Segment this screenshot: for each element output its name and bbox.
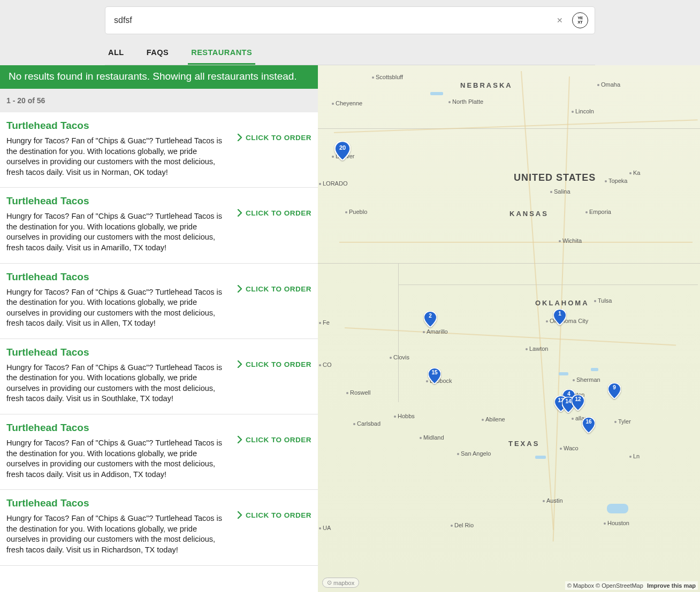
cta-label: CLICK TO ORDER	[246, 134, 311, 142]
map-pin[interactable]: 15	[428, 368, 441, 384]
cta-label: CLICK TO ORDER	[246, 360, 311, 368]
map-pin[interactable]: 16	[582, 417, 595, 433]
click-to-order-link[interactable]: CLICK TO ORDER	[237, 195, 311, 253]
result-description: Hungry for Tacos? Fan of "Chips & Guac"?…	[6, 438, 232, 480]
map-city-label: CO	[319, 362, 332, 368]
map-city-label: San Angelo	[457, 450, 491, 457]
tab-faqs[interactable]: FAQS	[143, 46, 172, 65]
map-city-label: Omaha	[597, 81, 620, 88]
map-city-label: Scottsbluff	[372, 74, 403, 80]
result-description: Hungry for Tacos? Fan of "Chips & Guac"?…	[6, 363, 232, 404]
map-city-label: Abilene	[482, 416, 505, 422]
result-card: Turtlehead TacosHungry for Tacos? Fan of…	[0, 414, 318, 490]
search-input[interactable]	[114, 16, 555, 25]
result-card: Turtlehead TacosHungry for Tacos? Fan of…	[0, 188, 318, 263]
result-title[interactable]: Turtlehead Tacos	[6, 271, 232, 283]
map-city-label: Salina	[550, 188, 570, 195]
tab-restaurants[interactable]: RESTAURANTS	[188, 46, 255, 65]
map-pin-number: 16	[582, 419, 595, 425]
no-results-banner: No results found in restaurants. Showing…	[0, 65, 318, 89]
chevron-right-icon	[237, 511, 242, 520]
click-to-order-link[interactable]: CLICK TO ORDER	[237, 347, 311, 404]
map-city-label: Pueblo	[345, 209, 367, 215]
map-city-label: Carlsbad	[353, 420, 381, 427]
map-region-label: KANSAS	[509, 210, 549, 218]
cta-label: CLICK TO ORDER	[246, 285, 311, 293]
map-city-label: Del Rio	[451, 522, 474, 528]
map-pin[interactable]: 1	[553, 309, 566, 325]
result-title[interactable]: Turtlehead Tacos	[6, 347, 232, 358]
map-city-label: Lawton	[526, 345, 548, 352]
map-pin[interactable]: 20	[334, 141, 351, 160]
map-city-label: Topeka	[605, 178, 627, 184]
map-city-label: Austin	[543, 497, 563, 504]
map-pin-number: 12	[572, 396, 584, 402]
click-to-order-link[interactable]: CLICK TO ORDER	[237, 422, 311, 480]
click-to-order-link[interactable]: CLICK TO ORDER	[237, 271, 311, 329]
map-city-label: Emporia	[585, 209, 611, 215]
chevron-right-icon	[237, 209, 242, 218]
improve-map-link[interactable]: Improve this map	[647, 582, 696, 589]
map-city-label: LORADO	[319, 180, 347, 187]
result-description: Hungry for Tacos? Fan of "Chips & Guac"?…	[6, 211, 232, 253]
tabs: ALL FAQS RESTAURANTS	[105, 46, 595, 65]
map-city-label: Cheyenne	[332, 100, 362, 106]
tab-all[interactable]: ALL	[105, 46, 127, 65]
result-description: Hungry for Tacos? Fan of "Chips & Guac"?…	[6, 136, 232, 178]
click-to-order-link[interactable]: CLICK TO ORDER	[237, 120, 311, 178]
map-region-label: OKLAHOMA	[535, 299, 589, 307]
map-city-label: Hobbs	[394, 413, 415, 419]
map-city-label: Amarillo	[423, 328, 448, 335]
map-region-label: United States	[514, 172, 596, 183]
map-pin[interactable]: 2	[424, 311, 437, 327]
map-pin[interactable]: 9	[608, 383, 621, 399]
cta-label: CLICK TO ORDER	[246, 511, 311, 519]
map-city-label: Lincoln	[572, 108, 594, 114]
result-description: Hungry for Tacos? Fan of "Chips & Guac"?…	[6, 287, 232, 329]
map-pin-number: 9	[608, 385, 621, 390]
attrib-osm[interactable]: © OpenStreetMap	[596, 582, 643, 589]
mapbox-logo-label: mapbox	[333, 580, 354, 586]
mapbox-logo[interactable]: ⊙ mapbox	[322, 578, 359, 588]
result-title[interactable]: Turtlehead Tacos	[6, 422, 232, 434]
cta-label: CLICK TO ORDER	[246, 436, 311, 444]
map-city-label: North Platte	[448, 98, 483, 105]
result-description: Hungry for Tacos? Fan of "Chips & Guac"?…	[6, 513, 232, 555]
result-title[interactable]: Turtlehead Tacos	[6, 497, 232, 509]
map-pin[interactable]: 12	[572, 395, 584, 411]
result-title[interactable]: Turtlehead Tacos	[6, 120, 232, 132]
clear-search-button[interactable]: ✕	[555, 16, 565, 25]
map-city-label: Oklahoma City	[546, 318, 588, 324]
map-city-label: Fe	[319, 319, 330, 326]
results-panel: No results found in restaurants. Showing…	[0, 65, 318, 592]
map-pin-number: 1	[553, 311, 566, 317]
map-city-label: Ka	[629, 170, 640, 176]
mapbox-icon: ⊙	[327, 579, 332, 586]
main: No results found in restaurants. Showing…	[0, 65, 700, 592]
header: ✕ YEXT ALL FAQS RESTAURANTS	[105, 6, 595, 65]
map-pin-number: 20	[334, 144, 351, 151]
map-pin-number: 15	[428, 370, 441, 375]
search-bar: ✕ YEXT	[105, 6, 595, 34]
map-city-label: Roswell	[346, 389, 371, 396]
map-city-label: Tulsa	[594, 297, 612, 304]
chevron-right-icon	[237, 436, 242, 445]
map-pin-number: 2	[424, 313, 437, 319]
result-card: Turtlehead TacosHungry for Tacos? Fan of…	[0, 490, 318, 565]
map-city-label: Clovis	[390, 354, 409, 360]
map-city-label: Ln	[629, 453, 640, 459]
cta-label: CLICK TO ORDER	[246, 209, 311, 217]
map-attribution: © Mapbox © OpenStreetMap Improve this ma…	[565, 581, 698, 590]
result-card: Turtlehead TacosHungry for Tacos? Fan of…	[0, 112, 318, 188]
map-region-label: TEXAS	[508, 440, 539, 448]
result-title[interactable]: Turtlehead Tacos	[6, 195, 232, 207]
map-city-label: Sherman	[573, 376, 600, 383]
map-city-label: Tyler	[614, 418, 631, 425]
map-city-label: Midland	[420, 434, 444, 441]
map-panel[interactable]: NEBRASKAUnited StatesKANSASOKLAHOMATEXAS…	[318, 65, 700, 592]
map-city-label: Houston	[604, 520, 629, 526]
attrib-mapbox[interactable]: © Mapbox	[567, 582, 594, 589]
yext-logo-icon[interactable]: YEXT	[572, 12, 588, 28]
click-to-order-link[interactable]: CLICK TO ORDER	[237, 497, 311, 555]
map-city-label: UA	[319, 525, 331, 531]
